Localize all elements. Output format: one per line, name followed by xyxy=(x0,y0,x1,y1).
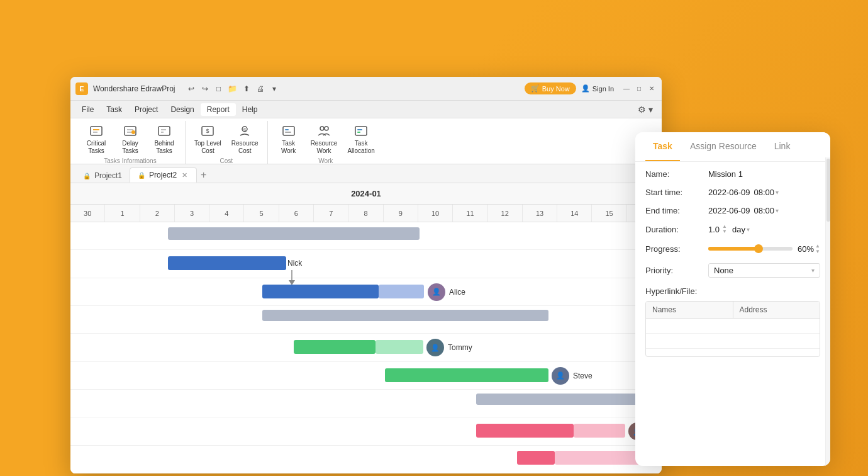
scrollbar-thumb[interactable] xyxy=(826,159,830,222)
progress-slider[interactable]: 60% ▲ ▼ xyxy=(708,243,820,254)
tommy-avatar: 👤 xyxy=(431,344,440,352)
hyperlink-table: Names Address xyxy=(645,301,820,357)
title-bar-controls: ↩ ↪ □ 📁 ⬆ 🖨 ▾ xyxy=(186,83,280,94)
panel-tab-assign[interactable]: Assign Resource xyxy=(682,132,764,161)
buy-now-button[interactable]: 🛒 Buy Now xyxy=(525,82,576,94)
menu-design[interactable]: Design xyxy=(164,103,200,116)
duration-unit-arrow[interactable]: ▾ xyxy=(747,226,750,233)
duration-label: Duration: xyxy=(645,225,708,234)
duration-unit: day ▾ xyxy=(732,225,750,234)
sign-in-button[interactable]: 👤 Sign In xyxy=(581,84,614,93)
name-label: Name: xyxy=(645,169,708,179)
ribbon-group-cost: $ Top Level Cost $ xyxy=(186,121,268,164)
bar-pink-2[interactable] xyxy=(517,451,555,465)
resource-work-icon xyxy=(316,123,331,139)
scrollbar[interactable] xyxy=(825,157,830,466)
bar-blue-light-1[interactable] xyxy=(379,285,424,298)
date-6: 6 xyxy=(279,205,314,222)
date-10: 10 xyxy=(418,205,453,222)
bar-pink-light-1[interactable] xyxy=(574,424,625,438)
hyperlink-header: Names Address xyxy=(646,302,820,319)
minimize-button[interactable]: — xyxy=(621,84,632,94)
progress-value: 60% ▲ ▼ xyxy=(798,243,820,254)
gantt-month-header: 2024-01 xyxy=(70,183,662,205)
resource-work-button[interactable]: Resource Work xyxy=(307,121,342,157)
menu-report[interactable]: Report xyxy=(201,103,236,116)
maximize-button[interactable]: □ xyxy=(634,84,644,94)
critical-tasks-button[interactable]: Critical Tasks xyxy=(81,121,112,157)
behind-tasks-button[interactable]: Behind Tasks xyxy=(148,121,180,157)
bar-green-light-1[interactable] xyxy=(376,340,423,354)
title-bar: E Wondershare EdrawProj ↩ ↪ □ 📁 ⬆ 🖨 ▾ 🛒 … xyxy=(70,77,662,101)
bar-green-1[interactable] xyxy=(294,340,376,354)
start-date-value[interactable]: 2022-06-09 xyxy=(708,188,750,197)
close-button[interactable]: ✕ xyxy=(647,84,657,94)
svg-rect-21 xyxy=(357,132,360,133)
lock-icon: 🔒 xyxy=(83,173,91,179)
gantt-row-7 xyxy=(70,390,662,417)
bar-gray-1[interactable] xyxy=(168,227,420,240)
print-icon[interactable]: 🖨 xyxy=(255,83,266,94)
export-icon[interactable]: ⬆ xyxy=(241,83,252,94)
svg-point-18 xyxy=(325,127,328,130)
cart-icon: 🛒 xyxy=(531,84,540,93)
date-12: 12 xyxy=(488,205,523,222)
date-8: 8 xyxy=(348,205,383,222)
top-level-cost-button[interactable]: $ Top Level Cost xyxy=(191,121,225,157)
svg-rect-19 xyxy=(355,127,367,135)
bar-pink-1[interactable] xyxy=(476,424,574,438)
priority-select[interactable]: None ▾ xyxy=(708,263,820,278)
redo-icon[interactable]: ↪ xyxy=(199,83,211,94)
duration-stepper[interactable]: ▲ ▼ xyxy=(722,224,727,234)
user-icon: 👤 xyxy=(581,84,590,93)
menu-task[interactable]: Task xyxy=(100,103,128,116)
end-time-arrow[interactable]: ▾ xyxy=(776,207,779,214)
bar-gray-2[interactable] xyxy=(262,310,548,321)
start-time-value: 08:00 ▾ xyxy=(754,188,779,197)
tab-project1[interactable]: 🔒 Project1 xyxy=(75,169,130,183)
panel-tabs: Task Assign Resource Link xyxy=(635,132,830,162)
task-allocation-button[interactable]: Task Allocation xyxy=(343,121,378,157)
svg-point-6 xyxy=(131,130,135,134)
gantt-row-2: Nick xyxy=(70,250,662,278)
task-work-button[interactable]: Task Work xyxy=(273,121,304,157)
bar-blue-1[interactable] xyxy=(168,256,286,270)
date-14: 14 xyxy=(557,205,592,222)
delay-tasks-button[interactable]: Delay Tasks xyxy=(114,121,146,157)
menu-file[interactable]: File xyxy=(75,103,100,116)
end-time-label: End time: xyxy=(645,206,708,215)
save-icon[interactable]: □ xyxy=(213,83,225,94)
slider-thumb[interactable] xyxy=(754,244,763,253)
bar-blue-2[interactable] xyxy=(262,285,379,298)
menu-help[interactable]: Help xyxy=(236,103,264,116)
add-tab-button[interactable]: + xyxy=(197,167,210,183)
more-icon[interactable]: ▾ xyxy=(269,83,280,94)
duration-value[interactable]: 1.0 xyxy=(708,225,720,234)
undo-icon[interactable]: ↩ xyxy=(186,83,197,94)
panel-tab-link[interactable]: Link xyxy=(767,132,798,161)
gantt-row-6: 👤 Steve xyxy=(70,362,662,390)
bar-gray-3[interactable] xyxy=(476,394,659,405)
gantt-body: Nick 👤 Alice xyxy=(70,222,662,473)
start-time-arrow[interactable]: ▾ xyxy=(776,189,779,196)
hyperlink-row-1 xyxy=(646,319,820,334)
duration-field: Duration: 1.0 ▲ ▼ day ▾ xyxy=(645,224,820,234)
bar-green-2[interactable] xyxy=(385,368,548,382)
menu-project[interactable]: Project xyxy=(128,103,164,116)
tab-close-button[interactable]: ✕ xyxy=(181,171,189,179)
end-date-value[interactable]: 2022-06-09 xyxy=(708,206,750,215)
hyperlink-col-names: Names xyxy=(646,302,733,318)
progress-stepper[interactable]: ▲ ▼ xyxy=(815,243,820,254)
tab-project2[interactable]: 🔒 Project2 ✕ xyxy=(130,167,197,183)
date-13: 13 xyxy=(523,205,557,222)
panel-tab-task[interactable]: Task xyxy=(645,132,680,161)
slider-track[interactable] xyxy=(708,247,793,251)
app-title: Wondershare EdrawProj xyxy=(93,84,175,93)
resource-cost-button[interactable]: $ Resource Cost xyxy=(228,121,262,157)
name-value: Mission 1 xyxy=(708,169,820,179)
steve-info: 👤 Steve xyxy=(552,367,593,385)
open-icon[interactable]: 📁 xyxy=(227,83,238,94)
steve-label: Steve xyxy=(573,371,593,380)
hyperlink-body xyxy=(646,319,820,356)
settings-icon[interactable]: ⚙ ▾ xyxy=(634,103,657,116)
